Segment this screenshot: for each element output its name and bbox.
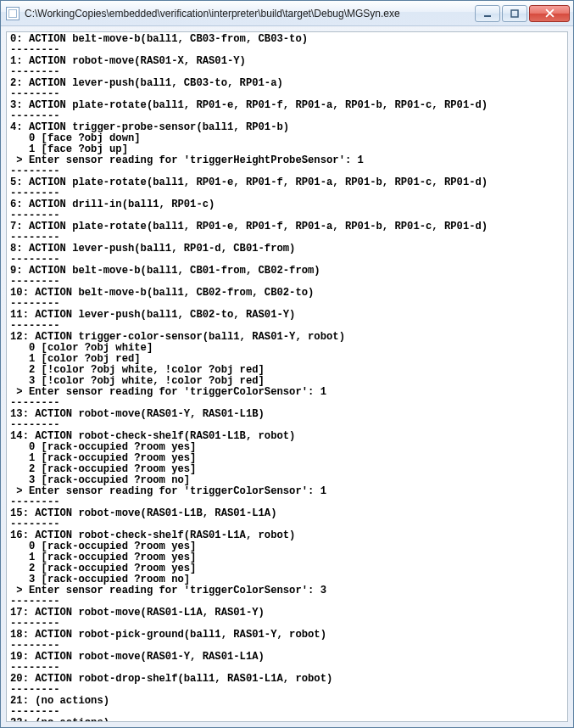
app-icon [6, 7, 20, 20]
close-icon [545, 8, 554, 18]
window-controls [473, 5, 570, 22]
app-window: C:\WorkingCopies\embedded\verification\i… [0, 0, 574, 728]
close-button[interactable] [529, 5, 570, 22]
console-output[interactable]: 0: ACTION belt-move-b(ball1, CB03-from, … [7, 32, 567, 721]
window-title: C:\WorkingCopies\embedded\verification\i… [25, 8, 473, 20]
maximize-icon [510, 9, 519, 18]
minimize-icon [483, 9, 492, 18]
svg-rect-1 [511, 10, 518, 17]
maximize-button[interactable] [502, 5, 527, 22]
client-area: 0: ACTION belt-move-b(ball1, CB03-from, … [6, 31, 568, 722]
minimize-button[interactable] [475, 5, 500, 22]
titlebar[interactable]: C:\WorkingCopies\embedded\verification\i… [1, 1, 573, 26]
svg-rect-0 [484, 15, 491, 17]
